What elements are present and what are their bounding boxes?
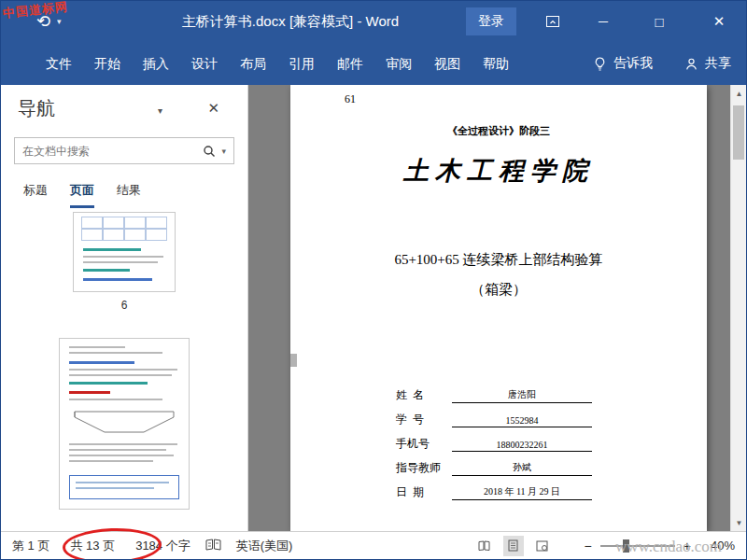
form-label: 姓 名 [396, 387, 452, 403]
scroll-down-icon[interactable]: ▼ [731, 514, 746, 531]
form-value: 唐浩阳 [452, 388, 592, 403]
tab-layout[interactable]: 布局 [229, 42, 277, 85]
share-button[interactable]: 共享 [684, 55, 731, 72]
thumbnail-callout-box [69, 475, 179, 499]
document-canvas: 61 《全过程设计》阶段三 土木工程学院 65+100+65 连续梁桥上部结构验… [248, 85, 746, 531]
form-row-advisor: 指导教师 孙斌 [396, 460, 592, 476]
ribbon-display-options-button[interactable] [537, 1, 569, 42]
page-thumbnail[interactable] [59, 338, 190, 510]
navigation-pane-dropdown-icon[interactable]: ▾ [158, 105, 162, 116]
title-bar: ⟲ ▾ 主桥计算书.docx [兼容模式] - Word 登录 ─ □ ✕ [1, 1, 746, 42]
form-row-phone: 手机号 18800232261 [396, 436, 592, 452]
watermark-bottom-right: www.cndao.com [615, 538, 722, 556]
form-value: 18800232261 [452, 440, 592, 452]
document-subtitle: 《全过程设计》阶段三 [290, 124, 707, 138]
page-thumbnail[interactable] [73, 212, 176, 292]
thumbnail-graphic [69, 449, 166, 451]
form-label: 学 号 [396, 412, 452, 427]
thumbnail-graphic [69, 382, 148, 385]
form-label: 手机号 [396, 436, 452, 452]
close-button[interactable]: ✕ [698, 1, 740, 42]
tab-help[interactable]: 帮助 [472, 42, 520, 85]
cover-form: 姓 名 唐浩阳 学 号 1552984 手机号 18800232261 指导教师… [396, 387, 592, 509]
thumbnail-page-number: 6 [121, 299, 128, 312]
document-page[interactable]: 61 《全过程设计》阶段三 土木工程学院 65+100+65 连续梁桥上部结构验… [290, 85, 707, 531]
scrollbar-thumb[interactable] [733, 105, 744, 160]
form-value: 1552984 [452, 415, 592, 427]
search-box-icons: ▾ [203, 145, 233, 158]
form-value: 孙斌 [452, 461, 592, 476]
zoom-out-button[interactable]: − [585, 539, 592, 553]
thumbnail-graphic [69, 399, 162, 400]
thumbnail-graphic [69, 346, 125, 348]
share-label: 共享 [705, 55, 731, 72]
thumbnail-girder-diagram [73, 408, 176, 436]
tab-home[interactable]: 开始 [83, 42, 132, 85]
document-search-box[interactable]: ▾ [14, 137, 234, 164]
maximize-button[interactable]: □ [641, 1, 677, 42]
web-layout-button[interactable] [532, 536, 553, 556]
language-indicator[interactable]: 英语(美国) [236, 538, 293, 554]
total-pages-indicator[interactable]: 共 13 页 [70, 538, 115, 554]
tab-file[interactable]: 文件 [35, 42, 83, 85]
quick-access-dropdown-icon[interactable]: ▾ [57, 17, 62, 26]
page-corner-number: 61 [345, 92, 356, 106]
view-mode-buttons [474, 536, 553, 556]
nav-tab-pages[interactable]: 页面 [70, 182, 94, 208]
page-indicator[interactable]: 第 1 页 [12, 538, 49, 554]
proofing-status-icon[interactable] [205, 539, 221, 553]
form-label: 日 期 [396, 484, 452, 500]
tab-mailings[interactable]: 邮件 [326, 42, 374, 85]
navigation-pane-close-icon[interactable]: ✕ [207, 100, 219, 117]
tell-me-button[interactable]: 告诉我 [593, 55, 653, 72]
thumbnail-graphic [83, 256, 163, 258]
search-input[interactable] [15, 145, 203, 158]
navigation-pane-title: 导航 [18, 96, 55, 121]
thumbnail-graphic [69, 455, 174, 456]
margin-anchor-mark [290, 354, 297, 367]
thumbnail-graphic [83, 269, 130, 272]
page-thumbnail-list: 6 [1, 210, 247, 531]
tab-design[interactable]: 设计 [180, 42, 229, 85]
tab-review[interactable]: 审阅 [374, 42, 423, 85]
thumbnail-graphic [69, 391, 110, 394]
print-layout-button[interactable] [503, 536, 524, 556]
scroll-up-icon[interactable]: ▲ [731, 85, 746, 102]
school-name-calligraphy: 土木工程学院 [290, 154, 707, 188]
search-icon[interactable] [203, 145, 216, 158]
ribbon-display-options-icon [545, 14, 560, 29]
vertical-scrollbar[interactable]: ▲ ▼ [730, 85, 746, 531]
word-window: ⟲ ▾ 主桥计算书.docx [兼容模式] - Word 登录 ─ □ ✕ 文件… [0, 0, 747, 560]
thumbnail-graphic [69, 352, 162, 354]
form-row-name: 姓 名 唐浩阳 [396, 387, 592, 403]
window-title: 主桥计算书.docx [兼容模式] - Word [141, 1, 440, 42]
navigation-pane: 导航 ▾ ✕ ▾ 标题 页面 结果 [1, 85, 248, 531]
form-row-date: 日 期 2018 年 11 月 29 日 [396, 484, 592, 500]
search-options-dropdown-icon[interactable]: ▾ [221, 147, 226, 156]
thumbnail-graphic [69, 443, 177, 445]
form-row-student-id: 学 号 1552984 [396, 412, 592, 427]
document-title-line2: （箱梁） [290, 281, 707, 299]
read-mode-button[interactable] [474, 536, 495, 556]
thumbnail-graphic [69, 374, 172, 376]
person-icon [684, 57, 698, 71]
tab-insert[interactable]: 插入 [132, 42, 180, 85]
form-label: 指导教师 [396, 460, 452, 476]
minimize-button[interactable]: ─ [585, 1, 621, 42]
nav-tab-results[interactable]: 结果 [117, 182, 141, 208]
tab-view[interactable]: 视图 [423, 42, 472, 85]
navigation-tabs: 标题 页面 结果 [23, 182, 141, 208]
sign-in-button[interactable]: 登录 [466, 7, 516, 35]
thumbnail-table-graphic [81, 217, 167, 241]
document-title-line1: 65+100+65 连续梁桥上部结构验算 [290, 251, 707, 269]
thumbnail-graphic [83, 261, 158, 263]
thumbnail-graphic [69, 361, 134, 364]
thumbnail-graphic [83, 248, 141, 251]
thumbnail-graphic [83, 278, 152, 281]
nav-tab-headings[interactable]: 标题 [23, 182, 48, 208]
tell-me-label: 告诉我 [613, 55, 653, 72]
word-count[interactable]: 3184 个字 [135, 538, 190, 554]
tab-references[interactable]: 引用 [277, 42, 326, 85]
lightbulb-icon [593, 57, 607, 71]
thumbnail-graphic [69, 369, 177, 371]
